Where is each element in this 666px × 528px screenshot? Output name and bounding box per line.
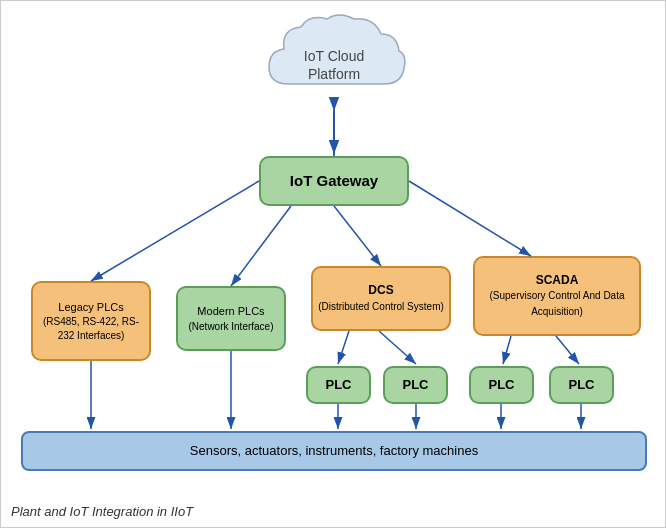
svg-line-5 xyxy=(231,206,291,286)
caption: Plant and IoT Integration in IIoT xyxy=(11,504,193,519)
cloud-platform: IoT Cloud Platform xyxy=(259,9,409,109)
svg-line-6 xyxy=(334,206,381,266)
scada-box: SCADA(Supervisory Control And Data Acqui… xyxy=(473,256,641,336)
scada-label: SCADA(Supervisory Control And Data Acqui… xyxy=(479,273,635,320)
svg-line-8 xyxy=(338,331,349,364)
legacy-plcs-box: Legacy PLCs(RS485, RS-422, RS-232 Interf… xyxy=(31,281,151,361)
plc1-label: PLC xyxy=(326,377,352,394)
svg-line-7 xyxy=(409,181,531,256)
iot-gateway-label: IoT Gateway xyxy=(290,171,378,191)
dcs-label: DCS(Distributed Control System) xyxy=(318,283,444,314)
iot-gateway-box: IoT Gateway xyxy=(259,156,409,206)
sensor-bar: Sensors, actuators, instruments, factory… xyxy=(21,431,647,471)
plc2-box: PLC xyxy=(383,366,448,404)
plc3-label: PLC xyxy=(489,377,515,394)
svg-line-9 xyxy=(379,331,416,364)
plc3-box: PLC xyxy=(469,366,534,404)
cloud-label: IoT Cloud Platform xyxy=(304,35,364,83)
plc4-label: PLC xyxy=(569,377,595,394)
plc4-box: PLC xyxy=(549,366,614,404)
plc1-box: PLC xyxy=(306,366,371,404)
diagram: IoT Cloud Platform IoT Gateway Legacy PL… xyxy=(1,1,666,491)
legacy-plcs-label: Legacy PLCs(RS485, RS-422, RS-232 Interf… xyxy=(37,300,145,343)
modern-plcs-label: Modern PLCs(Network Interface) xyxy=(188,304,273,333)
modern-plcs-box: Modern PLCs(Network Interface) xyxy=(176,286,286,351)
sensor-bar-label: Sensors, actuators, instruments, factory… xyxy=(190,443,478,460)
dcs-box: DCS(Distributed Control System) xyxy=(311,266,451,331)
plc2-label: PLC xyxy=(403,377,429,394)
svg-line-4 xyxy=(91,181,259,281)
svg-line-11 xyxy=(556,336,579,364)
svg-line-10 xyxy=(503,336,511,364)
